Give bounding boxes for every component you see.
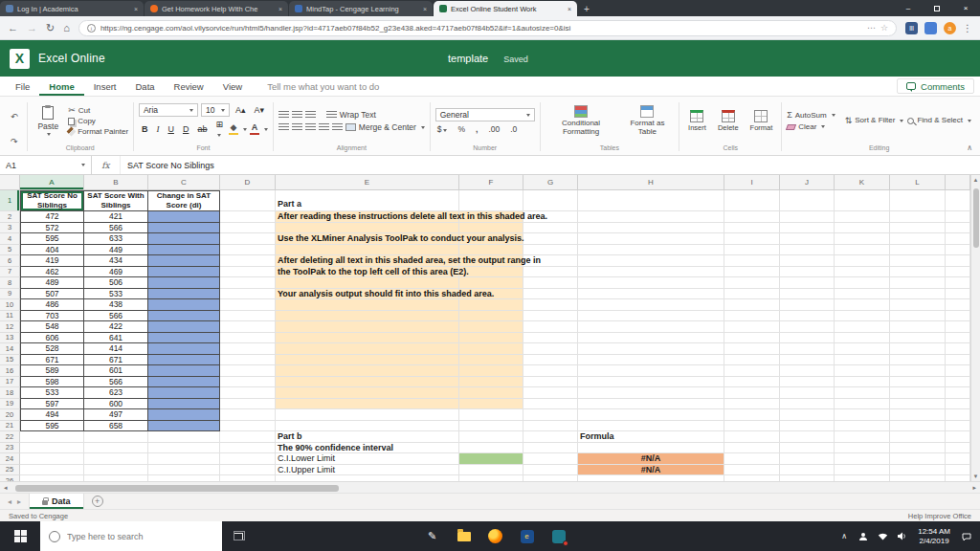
tab-close-icon[interactable]: × [278,6,282,12]
cell-K15[interactable] [835,355,890,366]
cell-I6[interactable] [724,255,780,267]
row-header-12[interactable]: 12 [0,321,20,333]
cell-L10[interactable] [890,299,946,311]
cell-A15[interactable]: 671 [20,355,84,366]
cell-I24[interactable] [724,453,780,465]
cell-C3[interactable] [148,223,220,234]
row-header-2[interactable]: 2 [0,211,20,223]
row-header-8[interactable]: 8 [0,277,20,289]
cell-K10[interactable] [835,299,890,311]
cell-A7[interactable]: 462 [20,267,84,278]
cell-H8[interactable] [578,277,724,289]
cell-K11[interactable] [835,311,890,322]
ribbon-tab-view[interactable]: View [213,77,252,96]
cell-A9[interactable]: 507 [20,289,84,300]
cell-F1[interactable] [459,190,523,211]
column-header-F[interactable]: F [459,175,523,189]
increase-decimal-button[interactable]: .00 [486,124,501,134]
cell-D8[interactable] [220,277,276,289]
cell-C5[interactable] [148,245,220,256]
row-header-4[interactable]: 4 [0,233,20,245]
cell-K19[interactable] [835,399,890,410]
cell-H12[interactable] [578,321,724,333]
cell-E21[interactable] [276,421,459,432]
horizontal-scroll-thumb[interactable] [15,485,339,492]
cell-B13[interactable]: 641 [84,333,148,344]
cell-A13[interactable]: 606 [20,333,84,344]
cell-A24[interactable] [20,453,84,465]
name-box[interactable]: A1 [0,156,92,174]
add-sheet-button[interactable]: + [92,496,103,507]
cell-G12[interactable] [523,321,578,333]
excel-logo-icon[interactable]: X [10,49,30,69]
cell-C2[interactable] [148,211,220,223]
cell-G23[interactable] [523,443,578,454]
minimize-button[interactable]: – [894,0,923,16]
cell-E3[interactable] [276,223,459,234]
browser-tab-0[interactable]: Log In | Academica× [0,1,144,16]
cell-E16[interactable] [276,365,459,377]
row-header-3[interactable]: 3 [0,223,20,234]
cell-A17[interactable]: 598 [20,377,84,388]
taskbar-search[interactable] [40,521,222,551]
cell-B3[interactable]: 566 [84,223,148,234]
cell-A6[interactable]: 419 [20,255,84,267]
cell-C17[interactable] [148,377,220,388]
cell-A11[interactable]: 703 [20,311,84,322]
browser-tab-1[interactable]: Get Homework Help With Che× [145,1,288,16]
scroll-up-icon[interactable]: ▲ [971,177,980,183]
cell-A16[interactable]: 589 [20,365,84,377]
column-header-D[interactable]: D [220,175,276,189]
url-field[interactable]: i https://ng.cengage.com/aol.vilysorvice… [78,20,897,36]
cell-H11[interactable] [578,311,724,322]
cell-L25[interactable] [890,465,946,476]
row-header-13[interactable]: 13 [0,333,20,344]
percent-format-button[interactable]: % [456,124,467,134]
cell-K24[interactable] [835,453,890,465]
cell-E14[interactable] [276,343,459,355]
find-select-button[interactable]: Find & Select [907,117,971,125]
insert-cells-button[interactable]: Insert [684,109,710,134]
cell-K8[interactable] [835,277,890,289]
cell-E1[interactable]: Part a [276,190,459,211]
cell-L18[interactable] [890,387,946,399]
cell-C4[interactable] [148,233,220,245]
cell-D22[interactable] [220,431,276,443]
notification-app-button[interactable] [543,521,574,551]
column-header-G[interactable]: G [523,175,578,189]
site-info-icon[interactable]: i [87,24,96,33]
cell-A4[interactable]: 595 [20,233,84,245]
cell-F24[interactable] [459,453,523,465]
cell-B17[interactable]: 566 [84,377,148,388]
app-button[interactable]: e [511,521,543,551]
cell-L22[interactable] [890,431,946,443]
bookmark-star-icon[interactable]: ☆ [880,23,888,33]
cell-B2[interactable]: 421 [84,211,148,223]
cell-L2[interactable] [890,211,946,223]
cell-H18[interactable] [578,387,724,399]
row-header-20[interactable]: 20 [0,409,20,421]
cell-D1[interactable] [220,190,276,211]
cell-G11[interactable] [523,311,578,322]
cell-H10[interactable] [578,299,724,311]
cell-F13[interactable] [459,333,523,344]
cell-G8[interactable] [523,277,578,289]
cell-L5[interactable] [890,245,946,256]
cell-overflow6[interactable] [946,255,970,267]
cell-H19[interactable] [578,399,724,410]
cell-D3[interactable] [220,223,276,234]
column-header-B[interactable]: B [84,175,148,189]
cell-I10[interactable] [724,299,780,311]
cell-E17[interactable] [276,377,459,388]
ribbon-tab-review[interactable]: Review [165,77,213,96]
help-improve-link[interactable]: Help Improve Office [908,512,971,520]
cell-H13[interactable] [578,333,724,344]
windows-ink-button[interactable]: ✎ [416,521,448,551]
cell-A8[interactable]: 489 [20,277,84,289]
cell-J5[interactable] [780,245,835,256]
tab-close-icon[interactable]: × [134,6,138,12]
cell-D7[interactable] [220,267,276,278]
cell-F14[interactable] [459,343,523,355]
home-icon[interactable]: ⌂ [63,23,70,33]
cell-H7[interactable] [578,267,724,278]
